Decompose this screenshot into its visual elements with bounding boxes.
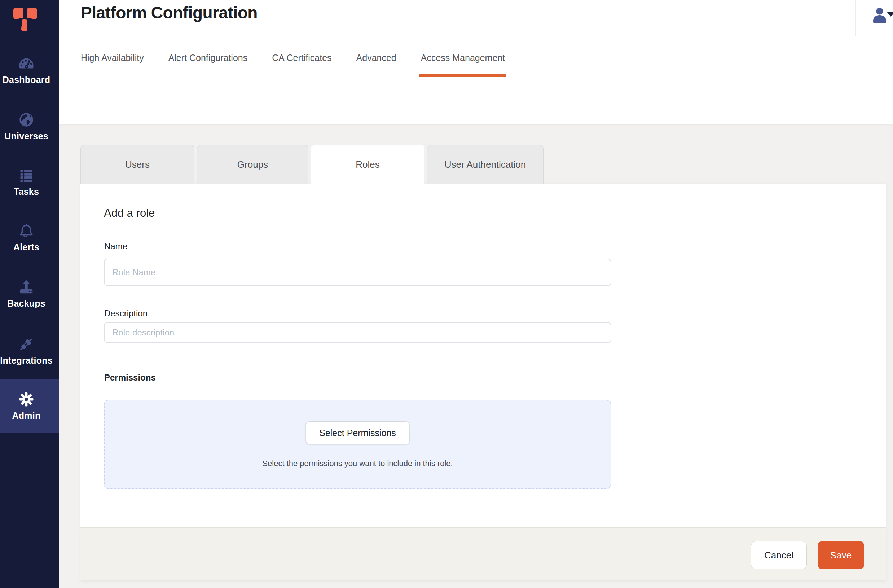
bell-icon [18, 222, 35, 239]
sidebar-item-backups[interactable]: Backups [0, 278, 59, 309]
user-avatar-icon[interactable] [871, 6, 888, 23]
role-description-input[interactable] [104, 322, 611, 343]
tab-advanced[interactable]: Advanced [356, 52, 396, 77]
save-button[interactable]: Save [818, 541, 864, 569]
sidebar-item-integrations[interactable]: Integrations [0, 335, 59, 366]
permissions-label: Permissions [104, 373, 156, 383]
select-permissions-button[interactable]: Select Permissions [305, 421, 410, 444]
plug-icon [18, 335, 35, 353]
sidebar-item-alerts[interactable]: Alerts [0, 222, 59, 253]
form-footer: Cancel Save [80, 527, 886, 580]
gauge-icon [18, 55, 35, 72]
yugabyte-logo-icon[interactable] [14, 8, 37, 32]
gear-icon [18, 391, 35, 408]
globe-icon [18, 111, 35, 128]
tab-user-authentication[interactable]: User Authentication [427, 145, 544, 183]
roles-panel: Add a role Name Description Permissions … [80, 183, 886, 527]
sidebar-item-universes[interactable]: Universes [0, 111, 59, 141]
cancel-button[interactable]: Cancel [751, 541, 807, 569]
main-tabs: High Availability Alert Configurations C… [81, 52, 505, 77]
sidebar: Dashboard Universes Tasks [0, 0, 59, 588]
sidebar-item-label: Backups [7, 298, 45, 309]
description-label: Description [104, 308, 147, 319]
sidebar-item-label: Tasks [14, 186, 39, 197]
header-divider [855, 0, 856, 36]
permissions-helper-text: Select the permissions you want to inclu… [105, 459, 610, 468]
page-header: Platform Configuration High Availability… [59, 0, 893, 124]
sidebar-item-tasks[interactable]: Tasks [0, 167, 59, 197]
sidebar-item-label: Dashboard [3, 75, 50, 85]
tab-roles[interactable]: Roles [311, 145, 424, 184]
sidebar-item-label: Admin [12, 411, 41, 421]
tab-high-availability[interactable]: High Availability [81, 52, 144, 77]
form-heading: Add a role [104, 207, 155, 220]
sidebar-item-label: Alerts [14, 242, 39, 253]
sidebar-item-label: Integrations [0, 355, 52, 366]
sidebar-item-dashboard[interactable]: Dashboard [0, 55, 59, 85]
permissions-dropzone: Select Permissions Select the permission… [104, 400, 611, 489]
sidebar-item-label: Universes [5, 131, 48, 141]
tab-groups[interactable]: Groups [197, 145, 308, 183]
role-name-input[interactable] [104, 259, 611, 286]
chevron-down-icon[interactable] [887, 12, 893, 17]
list-icon [18, 167, 35, 184]
tab-access-management[interactable]: Access Management [421, 52, 505, 77]
tab-ca-certificates[interactable]: CA Certificates [272, 52, 331, 77]
page-title: Platform Configuration [81, 3, 257, 23]
sidebar-item-admin[interactable]: Admin [0, 379, 59, 433]
tab-alert-configurations[interactable]: Alert Configurations [168, 52, 248, 77]
name-label: Name [104, 241, 127, 251]
tab-users[interactable]: Users [80, 145, 194, 183]
upload-icon [18, 278, 35, 296]
